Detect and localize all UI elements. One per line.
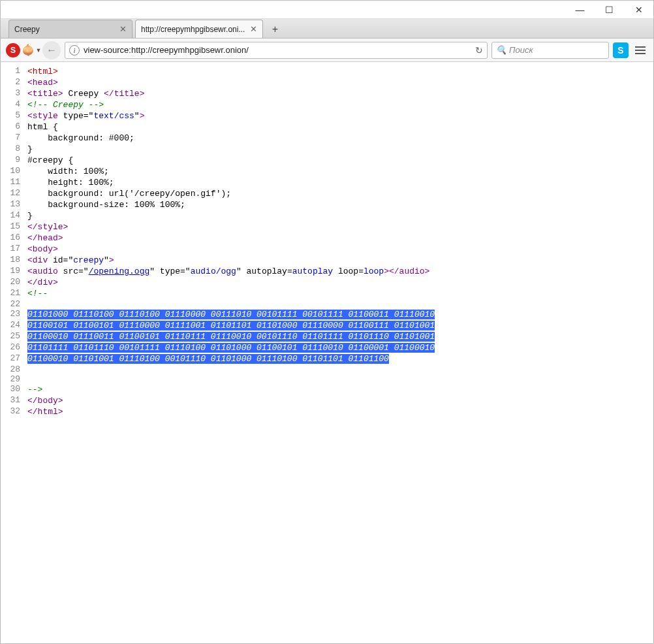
line-content[interactable]: 01100101 01100101 01110000 01111001 0110… bbox=[27, 320, 435, 331]
line-number: 18 bbox=[1, 255, 27, 266]
source-line: 2701100010 01101001 01110100 00101110 01… bbox=[1, 353, 435, 364]
source-line: 6html { bbox=[1, 121, 435, 133]
line-number: 10 bbox=[1, 166, 27, 177]
noscript-icon[interactable]: S bbox=[6, 43, 20, 57]
line-content[interactable]: 01101111 01101110 00101111 01110100 0110… bbox=[27, 342, 435, 353]
line-content[interactable]: <body> bbox=[27, 244, 435, 255]
source-line: 18<div id="creepy"> bbox=[1, 255, 435, 266]
line-number: 7 bbox=[1, 133, 27, 144]
line-content[interactable]: <!-- bbox=[27, 288, 435, 299]
line-content[interactable]: <!-- Creepy --> bbox=[27, 99, 435, 110]
line-number: 2 bbox=[1, 77, 27, 88]
source-line: 1<html> bbox=[1, 66, 435, 77]
line-content[interactable]: width: 100%; bbox=[27, 166, 435, 177]
source-line: 21<!-- bbox=[1, 288, 435, 299]
line-content[interactable]: </html> bbox=[27, 406, 435, 417]
tab-creepy[interactable]: Creepy ✕ bbox=[8, 20, 132, 38]
line-number: 16 bbox=[1, 233, 27, 244]
reload-icon[interactable]: ↻ bbox=[475, 45, 483, 56]
line-number: 5 bbox=[1, 110, 27, 121]
line-content[interactable] bbox=[27, 299, 435, 309]
line-content[interactable] bbox=[27, 374, 435, 384]
line-number: 3 bbox=[1, 88, 27, 99]
line-number: 26 bbox=[1, 342, 27, 353]
line-number: 13 bbox=[1, 199, 27, 210]
source-line: 3<title> Creepy </title> bbox=[1, 88, 435, 99]
search-box[interactable]: 🔍 Поиск bbox=[491, 42, 609, 59]
line-content[interactable]: </div> bbox=[27, 277, 435, 288]
maximize-button[interactable]: ☐ bbox=[595, 1, 624, 19]
line-number: 8 bbox=[1, 144, 27, 155]
source-line: 28 bbox=[1, 364, 435, 374]
line-content[interactable]: } bbox=[27, 210, 435, 221]
source-line: 2501100010 01110011 01100101 01110111 01… bbox=[1, 331, 435, 342]
new-tab-button[interactable]: + bbox=[266, 21, 284, 38]
tab-label: Creepy bbox=[14, 25, 40, 34]
line-content[interactable]: <title> Creepy </title> bbox=[27, 88, 435, 99]
view-source-content[interactable]: 1<html>2<head>3<title> Creepy </title>4<… bbox=[1, 62, 653, 643]
line-content[interactable]: background-size: 100% 100%; bbox=[27, 199, 435, 210]
line-content[interactable]: <head> bbox=[27, 77, 435, 88]
address-bar[interactable]: i view-source:http://creepymhpgibsewr.on… bbox=[65, 42, 488, 59]
chevron-down-icon: ▼ bbox=[35, 47, 42, 54]
line-number: 21 bbox=[1, 288, 27, 299]
close-window-button[interactable]: ✕ bbox=[624, 1, 653, 19]
line-content[interactable]: 01101000 01110100 01110100 01110000 0011… bbox=[27, 309, 435, 320]
source-line: 10 width: 100%; bbox=[1, 166, 435, 177]
source-line: 30--> bbox=[1, 384, 435, 395]
line-content[interactable]: <style type="text/css"> bbox=[27, 110, 435, 121]
line-content[interactable]: #creepy { bbox=[27, 155, 435, 166]
line-content[interactable] bbox=[27, 364, 435, 374]
source-line: 20</div> bbox=[1, 277, 435, 288]
line-number: 1 bbox=[1, 66, 27, 77]
back-button[interactable]: ← bbox=[42, 41, 61, 59]
browser-toolbar: S 🧅 ▼ ← i view-source:http://creepymhpgi… bbox=[1, 39, 653, 62]
line-content[interactable]: 01100010 01110011 01100101 01110111 0111… bbox=[27, 331, 435, 342]
line-content[interactable]: background: url('/creepy/open.gif'); bbox=[27, 188, 435, 199]
source-line: 11 height: 100%; bbox=[1, 177, 435, 188]
source-line: 31</body> bbox=[1, 395, 435, 406]
site-info-icon[interactable]: i bbox=[69, 45, 80, 56]
source-line: 12 background: url('/creepy/open.gif'); bbox=[1, 188, 435, 199]
line-number: 29 bbox=[1, 374, 27, 384]
close-tab-icon[interactable]: ✕ bbox=[114, 24, 127, 34]
onion-icon[interactable]: 🧅 ▼ bbox=[24, 43, 39, 57]
line-number: 14 bbox=[1, 210, 27, 221]
hamburger-menu-icon[interactable] bbox=[632, 46, 648, 54]
line-content[interactable]: } bbox=[27, 144, 435, 155]
line-number: 20 bbox=[1, 277, 27, 288]
line-content[interactable]: html { bbox=[27, 121, 435, 133]
line-number: 24 bbox=[1, 320, 27, 331]
source-line: 7 background: #000; bbox=[1, 133, 435, 144]
line-content[interactable]: <html> bbox=[27, 66, 435, 77]
line-content[interactable]: height: 100%; bbox=[27, 177, 435, 188]
line-content[interactable]: 01100010 01101001 01110100 00101110 0110… bbox=[27, 353, 435, 364]
line-number: 22 bbox=[1, 299, 27, 309]
source-code-table: 1<html>2<head>3<title> Creepy </title>4<… bbox=[1, 66, 435, 417]
line-content[interactable]: </head> bbox=[27, 233, 435, 244]
line-number: 28 bbox=[1, 364, 27, 374]
line-content[interactable]: --> bbox=[27, 384, 435, 395]
source-line: 8} bbox=[1, 144, 435, 155]
source-line: 22 bbox=[1, 299, 435, 309]
source-line: 17<body> bbox=[1, 244, 435, 255]
line-content[interactable]: <div id="creepy"> bbox=[27, 255, 435, 266]
line-content[interactable]: </body> bbox=[27, 395, 435, 406]
minimize-button[interactable]: — bbox=[565, 1, 595, 19]
line-content[interactable]: </style> bbox=[27, 221, 435, 233]
line-content[interactable]: background: #000; bbox=[27, 133, 435, 144]
line-content[interactable]: <audio src="/opening.ogg" type="audio/og… bbox=[27, 266, 435, 277]
source-line: 4<!-- Creepy --> bbox=[1, 99, 435, 110]
tab-label: http://creepymhpgibsewr.oni... bbox=[141, 25, 245, 34]
source-line: 9#creepy { bbox=[1, 155, 435, 166]
source-line: 2<head> bbox=[1, 77, 435, 88]
source-line: 2301101000 01110100 01110100 01110000 00… bbox=[1, 309, 435, 320]
skype-icon[interactable]: S bbox=[613, 42, 629, 58]
window-controls: — ☐ ✕ bbox=[565, 1, 653, 19]
tab-strip: Creepy ✕ http://creepymhpgibsewr.oni... … bbox=[1, 19, 653, 39]
close-tab-icon[interactable]: ✕ bbox=[245, 24, 257, 34]
tab-viewsource[interactable]: http://creepymhpgibsewr.oni... ✕ bbox=[135, 20, 263, 38]
line-number: 19 bbox=[1, 266, 27, 277]
source-line: 2401100101 01100101 01110000 01111001 01… bbox=[1, 320, 435, 331]
line-number: 25 bbox=[1, 331, 27, 342]
